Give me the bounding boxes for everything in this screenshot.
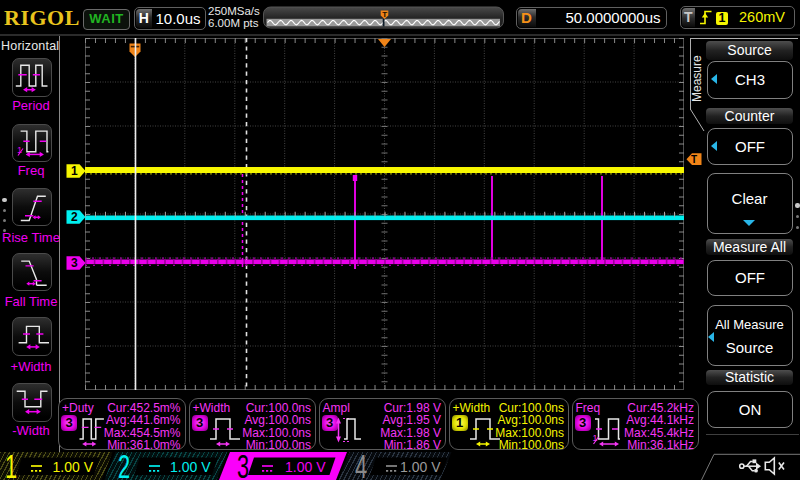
svg-text:T: T (691, 154, 697, 165)
svg-text:3: 3 (71, 256, 78, 270)
svg-text:1: 1 (71, 164, 78, 178)
svg-text:2: 2 (71, 210, 78, 224)
